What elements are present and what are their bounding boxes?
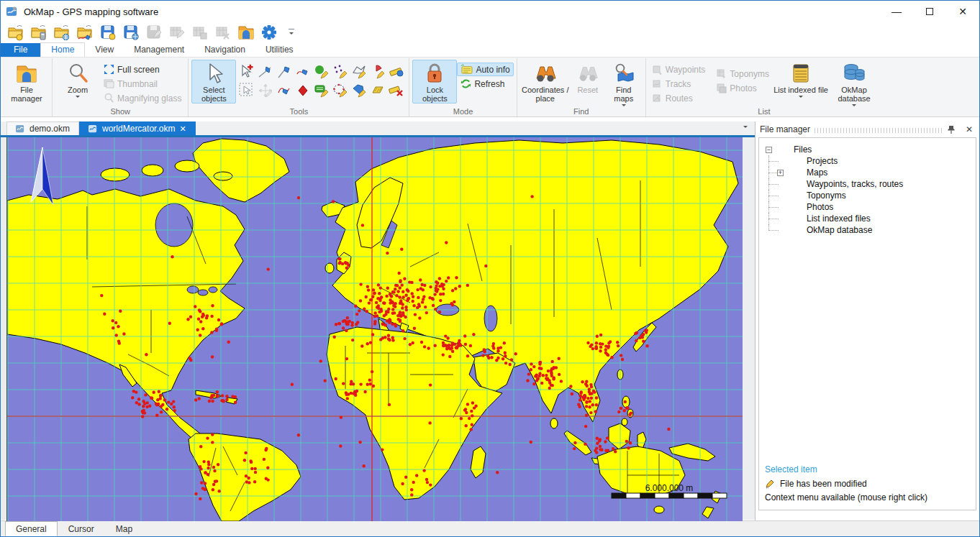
open-track-icon[interactable] xyxy=(76,24,94,41)
tab-list-dropdown[interactable] xyxy=(743,122,748,132)
qat-overflow-button[interactable] xyxy=(289,29,294,37)
coordinates-place-button[interactable]: Coordinates / place xyxy=(520,60,571,104)
list-photos-button[interactable]: Photos xyxy=(713,81,773,95)
file-manager-icon[interactable] xyxy=(237,24,255,41)
group-label-list: List xyxy=(646,107,882,116)
list-tracks-button[interactable]: Tracks xyxy=(649,77,709,91)
save-track-icon[interactable] xyxy=(145,24,163,41)
tool-add-note[interactable] xyxy=(312,81,331,100)
list-toponyms-button[interactable]: Toponyms xyxy=(713,67,773,81)
tool-draw-multipoint[interactable] xyxy=(331,63,350,81)
status-tab-general[interactable]: General xyxy=(5,521,58,536)
tool-draw-polygon[interactable] xyxy=(350,63,368,81)
tree-item-photos[interactable]: Photos xyxy=(759,201,976,213)
world-mercator-map[interactable]: 6.000.000 m xyxy=(7,137,743,521)
tab-view[interactable]: View xyxy=(85,43,124,57)
tool-measure-area[interactable] xyxy=(368,81,387,100)
list-routes-button[interactable]: Routes xyxy=(649,91,709,105)
tree-label: Files xyxy=(794,144,812,155)
full-screen-button[interactable]: Full screen xyxy=(100,63,185,76)
settings-gear-icon[interactable] xyxy=(260,24,278,41)
open-project-icon[interactable] xyxy=(6,24,25,41)
tree-item-toponyms[interactable]: Toponyms xyxy=(759,190,976,201)
close-tab-icon[interactable]: ✕ xyxy=(179,124,186,134)
tool-edit-ellipse[interactable] xyxy=(331,81,350,100)
doc-tab-demo[interactable]: demo.okm xyxy=(6,121,79,135)
pin-icon[interactable] xyxy=(948,125,959,134)
save-project-icon[interactable] xyxy=(99,24,117,41)
tab-home[interactable]: Home xyxy=(40,42,85,57)
tab-utilities[interactable]: Utilities xyxy=(255,43,304,57)
auto-info-label: Auto info xyxy=(476,65,509,75)
add-to-selection-button[interactable] xyxy=(237,63,255,80)
tool-delete-measure[interactable] xyxy=(387,81,406,100)
group-tools: Select objects xyxy=(188,58,409,116)
open-web-map-icon[interactable] xyxy=(53,24,71,41)
maximize-button[interactable] xyxy=(913,1,946,22)
doc-tab-worldmercator-label: worldMercator.okm xyxy=(102,124,175,134)
tool-edit-route[interactable] xyxy=(275,81,294,100)
status-tab-cursor[interactable]: Cursor xyxy=(58,521,105,536)
close-button[interactable]: ✕ xyxy=(946,1,979,22)
chevron-down-icon xyxy=(799,96,803,100)
okmap-database-button[interactable]: OkMap database xyxy=(829,60,879,109)
thumbnail-button[interactable]: Thumbnail xyxy=(100,77,185,91)
refresh-button[interactable]: Refresh xyxy=(457,77,513,91)
lock-objects-button[interactable]: Lock objects xyxy=(412,60,457,104)
tree-item-list-indexed-files[interactable]: List indexed files xyxy=(759,213,976,224)
tab-management[interactable]: Management xyxy=(124,43,194,57)
tool-new-waypoint[interactable] xyxy=(256,63,275,81)
tool-draw-sector[interactable] xyxy=(368,63,387,81)
tree-item-files[interactable]: − Files xyxy=(759,144,976,155)
status-tab-map[interactable]: Map xyxy=(105,521,143,536)
file-manager-button[interactable]: File manager xyxy=(4,60,49,104)
panel-close-icon[interactable]: ✕ xyxy=(963,124,975,134)
tree-label: Toponyms xyxy=(807,191,846,201)
select-objects-button[interactable]: Select objects xyxy=(191,60,236,104)
export-waypoints-icon[interactable] xyxy=(168,24,186,41)
tool-insert-waypoint[interactable] xyxy=(275,63,294,81)
tool-edit-polygon[interactable] xyxy=(350,81,368,100)
tree-item-waypoints-tracks-routes[interactable]: Waypoints, tracks, routes xyxy=(759,178,976,190)
save-web-map-icon[interactable] xyxy=(122,24,140,41)
tab-file[interactable]: File xyxy=(1,43,40,57)
tree-item-maps[interactable]: + Maps xyxy=(759,167,976,178)
doc-tab-worldmercator[interactable]: worldMercator.okm ✕ xyxy=(79,121,196,135)
zoom-button[interactable]: Zoom xyxy=(55,60,100,101)
tool-draw-area[interactable] xyxy=(312,63,331,81)
tab-navigation[interactable]: Navigation xyxy=(194,43,255,57)
list-indexed-file-button[interactable]: List indexed file xyxy=(773,60,829,101)
tree-item-projects[interactable]: Projects xyxy=(759,155,976,167)
map-right-gutter xyxy=(742,137,755,520)
magnifying-glass-button[interactable]: Magnifying glass xyxy=(100,91,185,105)
map-canvas[interactable]: 6.000.000 m xyxy=(6,137,742,521)
tool-measure-distance[interactable] xyxy=(387,63,406,81)
selected-item-label: Selected item xyxy=(765,464,970,474)
okmap-window: OkMap - GPS mapping software — ✕ xyxy=(0,0,980,537)
tool-add-vertex[interactable] xyxy=(294,81,312,100)
okm-file-icon xyxy=(16,124,25,134)
status-bar: General Cursor Map xyxy=(1,520,979,536)
collapse-icon[interactable]: − xyxy=(766,147,772,153)
okmap-logo-icon xyxy=(6,6,18,17)
tree-item-okmap-database[interactable]: OkMap database xyxy=(759,224,976,236)
panel-content: − Files Projects + Maps Waypoints, xyxy=(758,137,976,510)
reset-button[interactable]: Reset xyxy=(571,60,605,95)
export-tracks-icon[interactable] xyxy=(191,24,209,41)
quick-access-toolbar xyxy=(1,22,979,42)
tree-label: Projects xyxy=(807,156,838,166)
list-waypoints-button[interactable]: Waypoints xyxy=(649,63,709,76)
select-objects-label: Select objects xyxy=(192,86,235,103)
auto-info-icon xyxy=(460,64,473,75)
auto-info-button[interactable]: Auto info xyxy=(457,63,513,76)
full-screen-icon xyxy=(104,64,114,75)
expand-icon[interactable]: + xyxy=(777,170,784,176)
tool-move-point[interactable] xyxy=(256,81,275,100)
find-maps-button[interactable]: Find maps xyxy=(605,60,643,109)
open-okm-file-icon[interactable] xyxy=(30,24,48,41)
rectangle-select-button[interactable] xyxy=(237,81,255,98)
minimize-button[interactable]: — xyxy=(880,1,913,22)
tool-edit-track[interactable] xyxy=(294,63,312,81)
maximize-icon xyxy=(926,8,933,15)
export-routes-icon[interactable] xyxy=(214,24,232,41)
